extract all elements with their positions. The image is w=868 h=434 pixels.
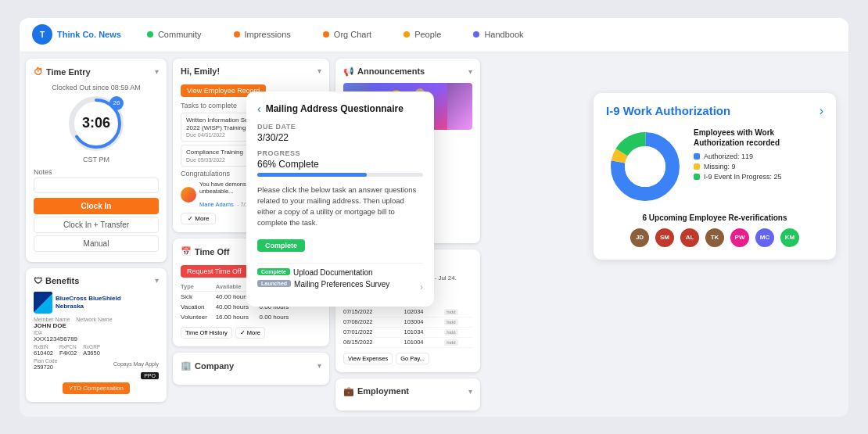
clocked-out-text: Clocked Out since 08:59 AM [34, 84, 159, 91]
view-expenses-button[interactable]: View Expenses [343, 353, 393, 364]
mailing-address-modal: ‹ Mailing Address Questionnaire Due Date… [246, 91, 434, 307]
inprogress-dot [694, 174, 700, 180]
rxpcn: F4K02 [59, 350, 77, 357]
bcbs-text: BlueCross BlueShield Nebraska [56, 295, 121, 310]
ppo-badge: PPO [141, 372, 159, 379]
company-icon: 🏢 [181, 360, 192, 371]
table-row: 07/15/2022 102034 hidd [343, 307, 472, 317]
modal-complete-button[interactable]: Complete [257, 239, 305, 252]
progress-pct: 66% Complete [257, 159, 423, 170]
more-button[interactable]: ✓ More [181, 213, 216, 224]
modal-title: Mailing Address Questionnaire [266, 103, 404, 114]
svg-point-0 [147, 31, 153, 38]
pay-actions: View Expenses Go Pay... [343, 353, 472, 364]
due-date-value: 3/30/22 [257, 132, 423, 143]
notes-input[interactable] [34, 178, 159, 193]
i9-title: I-9 Work Authorization [606, 104, 730, 117]
time-entry-chevron[interactable]: ▾ [155, 67, 159, 76]
announcements-title: 📢 Announcements [343, 66, 425, 77]
legend-missing: Missing: 9 [694, 163, 823, 170]
rxbin-label: RxBIN [34, 344, 53, 350]
pay-date-1: 07/08/2022 [343, 317, 404, 327]
rxpcn-label: RxPCN [59, 344, 77, 350]
time-entry-title: ⏱ Time Entry [34, 66, 91, 77]
table-row: 07/08/2022 103004 hidd [343, 317, 472, 327]
announcements-chevron[interactable]: ▾ [468, 67, 472, 76]
task-left-upload: Complete Upload Documentation [257, 268, 373, 277]
benefits-card: 🛡 Benefits ▾ BlueCross BlueShield Nebras… [26, 268, 167, 402]
emily-chevron[interactable]: ▾ [317, 66, 321, 75]
modal-body: Please click the below task an answer qu… [257, 185, 423, 229]
row-type-2: Volunteer [181, 312, 216, 322]
time-circle-container: 3:06 26 [34, 96, 159, 151]
rxgrp-label: RxGRP [83, 344, 100, 350]
donut-svg [606, 127, 684, 206]
employment-chevron[interactable]: ▾ [468, 387, 472, 396]
congrats-avatar [181, 187, 196, 203]
progress-bar-fill [257, 173, 367, 177]
upload-title: Upload Documentation [293, 268, 373, 277]
request-timeoff-button[interactable]: Request Time Off [181, 265, 248, 278]
benefits-chevron[interactable]: ▾ [155, 276, 159, 285]
avatar-3: TK [704, 227, 726, 249]
nav-handbook[interactable]: Handbook [466, 27, 529, 42]
task-title-2: Compliance Training [186, 149, 243, 156]
congrats-name: Marie Adams [199, 201, 234, 208]
member-id: XXX123456789 [34, 335, 159, 343]
nav-people[interactable]: People [396, 27, 447, 42]
col-type: Type [181, 282, 216, 292]
row-type-0: Sick [181, 292, 216, 303]
pay-id-0: 102034 [404, 307, 445, 317]
pay-table: 07/15/2022 102034 hidd 07/08/2022 103004… [343, 307, 472, 348]
company-chevron[interactable]: ▾ [317, 361, 321, 370]
avatar-2: AL [679, 227, 701, 249]
table-row: 07/01/2022 101034 hidd [343, 327, 472, 337]
pay-hidden-1: hidd [444, 319, 457, 325]
plan-code-label: Plan Code [34, 358, 57, 364]
nav-orgchart[interactable]: Org Chart [316, 27, 378, 42]
due-date-label: Due Date [257, 123, 423, 131]
reverif-title: 6 Upcoming Employee Re-verifications [606, 213, 823, 222]
benefits-icon: 🛡 [34, 276, 42, 285]
table-row: 06/15/2022 101004 hidd [343, 337, 472, 347]
bcbs-shield-icon [34, 292, 52, 314]
manual-button[interactable]: Manual [34, 235, 159, 252]
notes-label: Notes [34, 168, 159, 176]
pay-hidden-2: hidd [444, 329, 457, 335]
row-type-1: Vacation [181, 302, 216, 312]
nav-orgchart-label: Org Chart [334, 30, 371, 39]
modal-back-button[interactable]: ‹ [257, 102, 261, 115]
ytd-compensation-button[interactable]: YTD Compensation [63, 382, 130, 394]
nav-impressions[interactable]: Impressions [227, 27, 297, 42]
avatar-1: SM [654, 227, 676, 249]
timeoff-more-button[interactable]: ✓ More [235, 327, 265, 339]
legend-authorized: Authorized: 119 [694, 152, 823, 160]
member-name: JOHN DOE [34, 322, 70, 329]
legend-inprogress: I-9 Event In Progress: 25 [694, 173, 823, 181]
rxbin: 610402 [34, 350, 53, 357]
i9-legend: Employees with Work Authorization record… [694, 127, 823, 183]
timeoff-history-button[interactable]: Time Off History [181, 327, 232, 339]
go-payroll-button[interactable]: Go Pay... [396, 353, 429, 364]
clock-in-transfer-button[interactable]: Clock In + Transfer [34, 217, 159, 233]
hours-badge: 26 [109, 96, 124, 110]
time-circle: 3:06 26 [69, 96, 124, 151]
survey-chevron-icon: › [420, 282, 423, 292]
svg-point-2 [323, 31, 329, 38]
row-future-2: 0.00 hours [260, 312, 321, 322]
nav-community[interactable]: Community [140, 27, 208, 42]
logo-circle: T [32, 24, 52, 45]
modal-task-survey[interactable]: Launched Mailing Preferences Survey › [257, 280, 423, 292]
pay-date-0: 07/15/2022 [343, 307, 404, 317]
modal-divider [257, 263, 423, 264]
progress-label: Progress [257, 149, 423, 157]
pay-id-1: 103004 [404, 317, 445, 327]
nav-logo[interactable]: T Think Co. News [32, 24, 121, 45]
svg-point-4 [473, 31, 479, 38]
pay-hidden-0: hidd [444, 309, 457, 315]
survey-badge: Launched [257, 280, 291, 287]
task-due-2: Due 05/03/2022 [186, 157, 243, 163]
top-navigation: T Think Co. News Community Impressions O… [20, 18, 848, 52]
i9-chevron-icon[interactable]: › [820, 104, 823, 118]
clock-in-button[interactable]: Clock In [34, 198, 159, 214]
